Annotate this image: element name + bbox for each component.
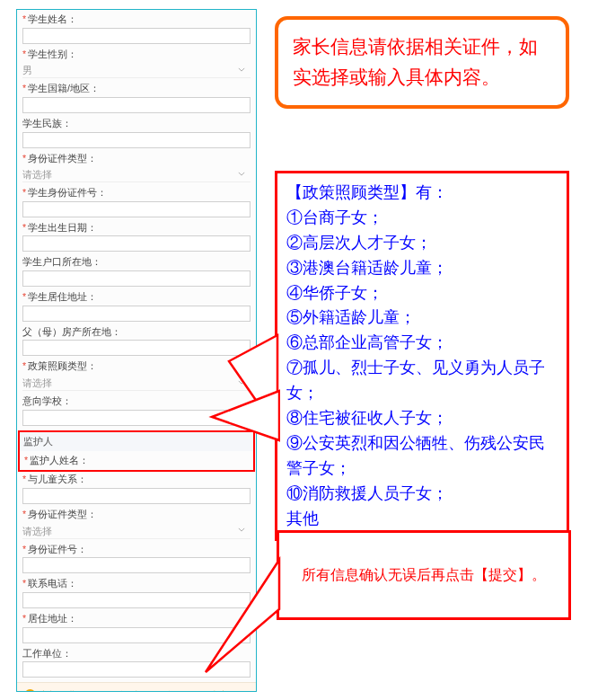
- field-guardian-relation: *与儿童关系：: [22, 474, 251, 504]
- annotation-submit-note: 所有信息确认无误后再点击【提交】。: [277, 530, 571, 620]
- select-placeholder: 请选择: [22, 169, 52, 180]
- label-parent-property: 父（母）房产所在地：: [22, 326, 251, 339]
- chevron-down-icon: [238, 172, 245, 177]
- label-text: 意向学校：: [22, 395, 72, 406]
- policy-list: ①台商子女；②高层次人才子女；③港澳台籍适龄儿童；④华侨子女；⑤外籍适龄儿童；⑥…: [286, 206, 558, 532]
- label-guardian-name: *监护人姓名：: [24, 455, 249, 467]
- chevron-down-icon: [238, 527, 245, 533]
- input-nationality[interactable]: [22, 97, 251, 113]
- policy-item: ⑨公安英烈和因公牺牲、伤残公安民警子女；: [286, 431, 558, 482]
- label-text: 学生户口所在地：: [22, 256, 101, 267]
- policy-title: 【政策照顾类型】有：: [286, 181, 558, 206]
- label-birth-date: *学生出生日期：: [22, 222, 251, 235]
- field-intended-school: 意向学校：: [22, 395, 251, 426]
- select-student-gender[interactable]: 男: [22, 62, 251, 78]
- policy-item: ①台商子女；: [286, 206, 558, 231]
- field-residence: *学生居住地址：: [22, 291, 251, 322]
- field-ethnicity: 学生民族：: [22, 118, 251, 148]
- label-guardian-phone: *联系电话：: [22, 578, 251, 590]
- label-text: 学生出生日期：: [28, 222, 97, 233]
- chevron-down-icon: [238, 380, 245, 385]
- input-id-number[interactable]: [22, 201, 251, 217]
- select-placeholder: 请选择: [22, 377, 52, 388]
- input-student-name[interactable]: [22, 28, 251, 44]
- input-birth-date[interactable]: [22, 235, 251, 252]
- policy-item: 其他: [286, 507, 558, 532]
- label-text: 学生性别：: [28, 49, 77, 59]
- select-value: 男: [22, 65, 32, 75]
- label-guardian-id-type: *身份证件类型：: [22, 509, 251, 521]
- policy-item: ④华侨子女；: [286, 281, 558, 306]
- label-text: 身份证件类型：: [28, 509, 97, 519]
- label-text: 学生国籍/地区：: [28, 83, 100, 93]
- label-residence: *学生居住地址：: [22, 291, 251, 304]
- field-policy-type: *政策照顾类型： 请选择: [22, 360, 251, 391]
- chevron-down-icon: [238, 67, 245, 73]
- mobile-form-panel: *学生姓名： *学生性别： 男 *学生国籍/地区： 学生民族： *身份证件类型：…: [16, 9, 257, 692]
- label-id-type: *身份证件类型：: [22, 153, 251, 165]
- input-guardian-address[interactable]: [22, 627, 251, 643]
- input-hukou[interactable]: [22, 270, 251, 287]
- field-hukou: 学生户口所在地：: [22, 256, 251, 287]
- field-guardian-id-type: *身份证件类型： 请选择: [22, 509, 251, 539]
- annotation-policy-box: 【政策照顾类型】有： ①台商子女；②高层次人才子女；③港澳台籍适龄儿童；④华侨子…: [275, 171, 569, 541]
- field-birth-date: *学生出生日期：: [22, 222, 251, 253]
- input-guardian-id-number[interactable]: [22, 557, 251, 573]
- input-guardian-phone[interactable]: [22, 592, 251, 608]
- label-text: 学生居住地址：: [28, 291, 97, 302]
- label-text: 工作单位：: [22, 648, 72, 659]
- field-id-number: *学生身份证件号：: [22, 187, 251, 217]
- label-guardian-relation: *与儿童关系：: [22, 474, 251, 486]
- field-student-gender: *学生性别： 男: [22, 49, 251, 79]
- field-guardian-address: *居住地址：: [22, 613, 251, 643]
- field-parent-property: 父（母）房产所在地：: [22, 326, 251, 357]
- policy-item: ⑦孤儿、烈士子女、见义勇为人员子女；: [286, 356, 558, 406]
- label-text: 联系电话：: [28, 578, 77, 589]
- label-guardian-address: *居住地址：: [22, 613, 251, 625]
- label-text: 学生姓名：: [28, 13, 77, 24]
- guardian-section-header: 监护人: [20, 432, 253, 451]
- input-intended-school[interactable]: [22, 410, 251, 426]
- annotation-orange-box: 家长信息请依据相关证件，如实选择或输入具体内容。: [275, 16, 569, 109]
- label-text: 父（母）房产所在地：: [22, 326, 121, 337]
- select-id-type[interactable]: 请选择: [22, 166, 251, 182]
- field-guardian-workplace: 工作单位：: [22, 648, 251, 678]
- input-residence[interactable]: [22, 306, 251, 322]
- policy-item: ⑧住宅被征收人子女；: [286, 406, 558, 431]
- label-student-name: *学生姓名：: [22, 13, 251, 26]
- submit-note-text: 所有信息确认无误后再点击【提交】。: [302, 566, 546, 585]
- guardian-highlight-box: 监护人 *监护人姓名：: [18, 430, 255, 473]
- field-nationality: *学生国籍/地区：: [22, 83, 251, 113]
- label-policy-type: *政策照顾类型：: [22, 360, 251, 373]
- form-area: *学生姓名： *学生性别： 男 *学生国籍/地区： 学生民族： *身份证件类型：…: [17, 10, 256, 678]
- label-text: 身份证件类型：: [28, 153, 97, 164]
- label-nationality: *学生国籍/地区：: [22, 83, 251, 95]
- input-parent-property[interactable]: [22, 340, 251, 356]
- policy-item: ②高层次人才子女；: [286, 231, 558, 256]
- label-hukou: 学生户口所在地：: [22, 256, 251, 269]
- policy-item: ⑩消防救援人员子女；: [286, 482, 558, 507]
- select-guardian-id-type[interactable]: 请选择: [22, 523, 251, 539]
- input-guardian-relation[interactable]: [22, 488, 251, 504]
- input-guardian-workplace[interactable]: [22, 661, 251, 678]
- label-id-number: *学生身份证件号：: [22, 187, 251, 199]
- label-guardian-workplace: 工作单位：: [22, 648, 251, 660]
- policy-item: ⑤外籍适龄儿童；: [286, 306, 558, 331]
- input-ethnicity[interactable]: [22, 132, 251, 148]
- label-text: 学生民族：: [22, 118, 72, 128]
- label-ethnicity: 学生民族：: [22, 118, 251, 130]
- field-id-type: *身份证件类型： 请选择: [22, 153, 251, 183]
- label-intended-school: 意向学校：: [22, 395, 251, 408]
- field-student-name: *学生姓名：: [22, 13, 251, 44]
- orange-box-text: 家长信息请依据相关证件，如实选择或输入具体内容。: [293, 36, 538, 88]
- label-text: 与儿童关系：: [28, 474, 87, 484]
- label-text: 身份证件号：: [28, 544, 87, 554]
- field-guardian-id-number: *身份证件号：: [22, 544, 251, 574]
- policy-item: ⑥总部企业高管子女；: [286, 331, 558, 356]
- policy-item: ③港澳台籍适龄儿童；: [286, 256, 558, 281]
- label-student-gender: *学生性别：: [22, 49, 251, 61]
- select-policy-type[interactable]: 请选择: [22, 375, 251, 391]
- parent-declaration: ! 家长承诺：预报名登记时提供的所有证件均真实有效。如因提供伪造、虚假证件而影响…: [17, 682, 256, 692]
- label-text: 居住地址：: [28, 613, 77, 624]
- field-guardian-name: *监护人姓名：: [24, 455, 249, 467]
